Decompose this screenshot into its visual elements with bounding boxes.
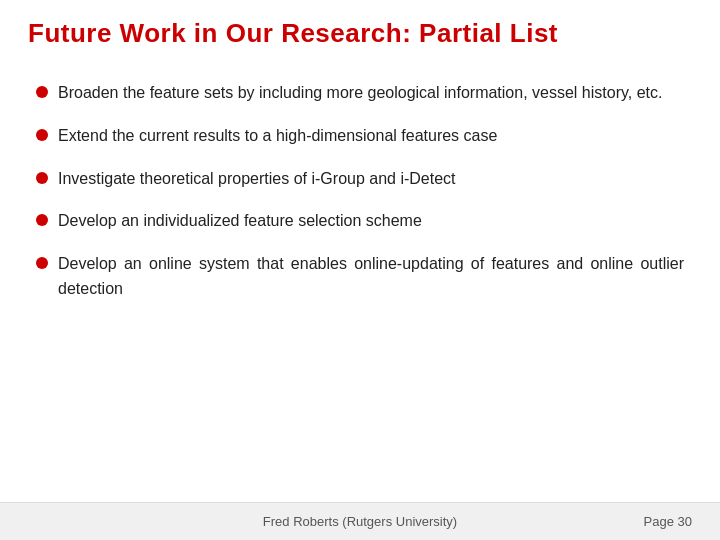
bullet-item-1: Broaden the feature sets by including mo… xyxy=(36,81,684,106)
bullet-dot-2 xyxy=(36,129,48,141)
bullet-text-4: Develop an individualized feature select… xyxy=(58,209,422,234)
bullet-dot-4 xyxy=(36,214,48,226)
slide-title: Future Work in Our Research: Partial Lis… xyxy=(28,18,692,49)
footer-page-number: Page 30 xyxy=(612,514,692,529)
bullet-text-3: Investigate theoretical properties of i-… xyxy=(58,167,456,192)
bullet-text-5: Develop an online system that enables on… xyxy=(58,252,684,302)
slide: Future Work in Our Research: Partial Lis… xyxy=(0,0,720,540)
bullet-dot-5 xyxy=(36,257,48,269)
bullet-item-5: Develop an online system that enables on… xyxy=(36,252,684,302)
bullet-text-1: Broaden the feature sets by including mo… xyxy=(58,81,662,106)
slide-footer: Fred Roberts (Rutgers University) Page 3… xyxy=(0,502,720,540)
bullet-item-4: Develop an individualized feature select… xyxy=(36,209,684,234)
slide-content: Broaden the feature sets by including mo… xyxy=(0,61,720,502)
bullet-dot-1 xyxy=(36,86,48,98)
bullet-item-2: Extend the current results to a high-dim… xyxy=(36,124,684,149)
bullet-item-3: Investigate theoretical properties of i-… xyxy=(36,167,684,192)
slide-header: Future Work in Our Research: Partial Lis… xyxy=(0,0,720,61)
bullet-text-2: Extend the current results to a high-dim… xyxy=(58,124,497,149)
bullet-dot-3 xyxy=(36,172,48,184)
footer-center-text: Fred Roberts (Rutgers University) xyxy=(108,514,612,529)
